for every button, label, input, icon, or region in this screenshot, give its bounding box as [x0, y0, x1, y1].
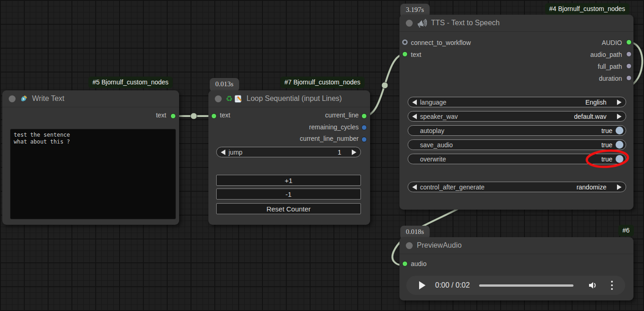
node-badge-preview: #6: [618, 225, 634, 236]
widget-label: language: [420, 99, 447, 106]
collapse-dot[interactable]: [406, 242, 413, 249]
input-label-text: text: [411, 51, 421, 58]
widget-label: control_after_generate: [420, 183, 485, 191]
port-tts-text-in[interactable]: [402, 51, 408, 57]
play-button-icon[interactable]: [419, 281, 426, 289]
reset-counter-button[interactable]: Reset Counter: [216, 203, 361, 214]
prev-option-arrow-icon[interactable]: [412, 100, 417, 105]
toggle-knob-icon[interactable]: [616, 127, 623, 134]
recycle-icon: ♻: [226, 95, 233, 103]
next-option-arrow-icon[interactable]: [617, 100, 622, 105]
node-header-loop[interactable]: ♻ Loop Sequential (input Lines): [208, 90, 370, 107]
node-header-tts[interactable]: TTS - Text to Speech: [399, 15, 633, 32]
memo-icon: [235, 95, 242, 103]
exec-time-badge: 0.013s: [210, 78, 239, 92]
node-write-text[interactable]: Write Text text test the sentence what a…: [2, 90, 179, 225]
port-tts-connect-in[interactable]: [402, 39, 408, 45]
node-title: TTS - Text to Speech: [431, 19, 500, 27]
language-widget[interactable]: language English: [408, 97, 626, 107]
write-text-textarea[interactable]: test the sentence what about this ?: [10, 129, 176, 219]
widget-value[interactable]: 1: [338, 149, 341, 156]
port-tts-audio-path-out[interactable]: [626, 51, 632, 57]
wire-dot: [382, 82, 388, 89]
widget-label: save_audio: [420, 141, 453, 149]
port-tts-audio-out[interactable]: [626, 39, 632, 45]
output-label-audio-path: audio_path: [530, 51, 622, 58]
next-option-arrow-icon[interactable]: [617, 114, 622, 119]
node-badge-write-text: #5 Bjornulf_custom_nodes: [88, 77, 173, 88]
node-graph-canvas[interactable]: #5 Bjornulf_custom_nodes Write Text text…: [0, 0, 644, 311]
widget-value[interactable]: default.wav: [574, 113, 606, 120]
wire-dot: [191, 113, 197, 119]
node-loop-sequential[interactable]: ♻ Loop Sequential (input Lines) text cur…: [208, 90, 370, 225]
volume-icon[interactable]: [588, 281, 598, 290]
widget-label: speaker_wav: [420, 113, 458, 120]
speaker-wav-widget[interactable]: speaker_wav default.wav: [408, 111, 626, 122]
port-loop-remaining-cycles-out[interactable]: [361, 125, 367, 130]
input-label-audio: audio: [411, 260, 426, 267]
decrement-arrow-icon[interactable]: [221, 150, 225, 155]
autoplay-toggle[interactable]: autoplay true: [408, 125, 626, 136]
widget-label: jump: [229, 149, 242, 156]
overflow-menu-icon[interactable]: [611, 281, 613, 290]
increment-arrow-icon[interactable]: [352, 150, 356, 155]
widget-label: overwrite: [420, 156, 446, 163]
node-badge-loop: #7 Bjornulf_custom_nodes: [280, 77, 365, 88]
seek-bar[interactable]: [479, 284, 573, 287]
output-label-remaining-cycles: remaining_cycles: [267, 123, 359, 131]
next-option-arrow-icon[interactable]: [617, 184, 622, 190]
output-label-current-line: current_line: [267, 111, 359, 119]
output-label-full-path: full_path: [530, 63, 622, 70]
node-tts[interactable]: TTS - Text to Speech connect_to_workflow…: [399, 15, 633, 210]
toggle-value: true: [601, 127, 612, 134]
port-loop-current-line-out[interactable]: [361, 113, 367, 119]
output-label-current-line-number: current_line_number: [267, 135, 359, 142]
input-label-text: text: [220, 111, 230, 119]
minus-one-button[interactable]: -1: [216, 189, 361, 200]
overwrite-toggle[interactable]: overwrite true: [408, 154, 626, 164]
collapse-dot[interactable]: [406, 20, 413, 27]
collapse-dot[interactable]: [9, 95, 16, 102]
widget-value[interactable]: randomize: [577, 183, 606, 191]
widget-label: autoplay: [420, 127, 444, 134]
pen-nib-icon: [20, 94, 28, 103]
plus-one-button[interactable]: +1: [216, 175, 361, 186]
output-label-audio: AUDIO: [530, 39, 622, 46]
collapse-dot[interactable]: [215, 95, 222, 102]
widget-value[interactable]: English: [585, 99, 606, 106]
output-label-duration: duration: [530, 75, 622, 82]
input-label-connect-to-workflow: connect_to_workflow: [411, 39, 471, 46]
port-preview-audio-in[interactable]: [402, 261, 408, 267]
node-badge-tts: #4 Bjornulf_custom_nodes: [545, 3, 629, 15]
prev-option-arrow-icon[interactable]: [412, 114, 417, 119]
port-writetext-text-out[interactable]: [170, 113, 176, 119]
port-loop-current-line-number-out[interactable]: [361, 137, 367, 142]
toggle-knob-icon[interactable]: [616, 155, 623, 163]
audio-player[interactable]: 0:00 / 0:02: [406, 276, 625, 295]
node-header-preview[interactable]: PreviewAudio: [399, 237, 633, 254]
save-audio-toggle[interactable]: save_audio true: [408, 139, 626, 150]
jump-widget[interactable]: jump 1: [216, 147, 361, 157]
node-header-write-text[interactable]: Write Text: [2, 90, 179, 107]
port-tts-duration-out[interactable]: [626, 75, 632, 81]
node-title: Write Text: [32, 94, 65, 103]
port-loop-text-in[interactable]: [211, 113, 217, 119]
player-time: 0:00 / 0:02: [435, 281, 470, 289]
toggle-value: true: [601, 141, 612, 149]
toggle-value: true: [601, 156, 612, 163]
node-title: PreviewAudio: [417, 241, 462, 250]
loudspeaker-icon: [417, 18, 427, 28]
port-tts-full-path-out[interactable]: [626, 63, 632, 69]
output-label-text: text: [130, 111, 166, 119]
toggle-knob-icon[interactable]: [616, 141, 623, 149]
node-preview-audio[interactable]: PreviewAudio audio 0:00 / 0:02: [399, 237, 633, 300]
node-title: Loop Sequential (input Lines): [246, 94, 342, 103]
control-after-generate-widget[interactable]: control_after_generate randomize: [408, 182, 626, 192]
prev-option-arrow-icon[interactable]: [412, 184, 417, 190]
